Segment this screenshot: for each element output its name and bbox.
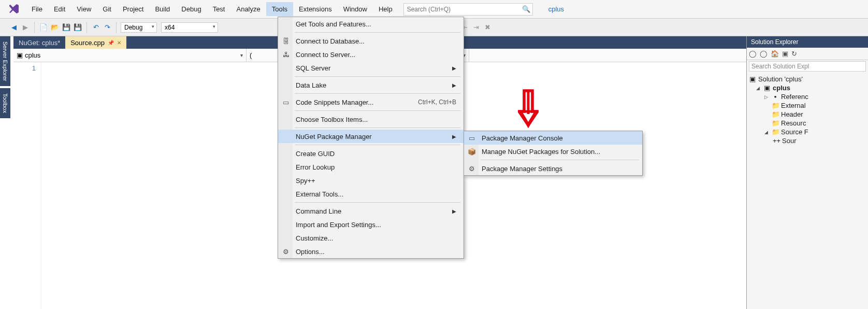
gear-icon: ⚙ xyxy=(467,165,476,173)
menu-window[interactable]: Window xyxy=(338,2,373,16)
mi-toolbox-items[interactable]: Choose Toolbox Items... xyxy=(278,113,464,126)
mi-manage-nuget[interactable]: 📦Manage NuGet Packages for Solution... xyxy=(464,145,642,158)
mi-connect-db[interactable]: 🗄Connect to Database... xyxy=(278,34,464,48)
config-dropdown[interactable]: Debug xyxy=(121,22,157,33)
mi-nuget[interactable]: NuGet Package Manager▶ xyxy=(278,130,464,143)
switch-view-icon[interactable]: ▣ xyxy=(782,50,788,58)
mi-connect-server[interactable]: 🖧Connect to Server... xyxy=(278,48,464,61)
solution-search[interactable]: Search Solution Expl xyxy=(749,61,866,72)
collapse-icon[interactable]: ◢ xyxy=(764,130,770,135)
back-icon[interactable]: ◯ xyxy=(749,50,757,58)
save-all-icon[interactable]: 💾 xyxy=(73,23,82,32)
undo-icon[interactable]: ↶ xyxy=(91,23,100,32)
home-icon[interactable]: 🏠 xyxy=(771,50,779,58)
menubar: File Edit View Git Project Build Debug T… xyxy=(0,0,868,19)
refresh-icon[interactable]: ↻ xyxy=(791,50,797,58)
side-tabs: Server Explorer Toolbox xyxy=(0,36,13,120)
chevron-right-icon: ▶ xyxy=(452,65,456,71)
search-box[interactable]: 🔍 xyxy=(403,3,533,16)
collapse-icon[interactable]: ◢ xyxy=(756,86,761,91)
solution-icon: ▣ xyxy=(749,75,756,83)
solution-name-label: cplus xyxy=(548,5,564,13)
solution-explorer-toolbar: ◯ ◯ 🏠 ▣ ↻ xyxy=(747,48,868,60)
menu-build[interactable]: Build xyxy=(149,2,176,16)
mi-external-tools[interactable]: External Tools... xyxy=(278,187,464,201)
menu-debug[interactable]: Debug xyxy=(176,2,207,16)
menu-project[interactable]: Project xyxy=(117,2,149,16)
solution-explorer-title: Solution Explorer xyxy=(747,36,868,48)
mi-pm-console[interactable]: ▭Package Manager Console xyxy=(464,131,642,145)
menu-test[interactable]: Test xyxy=(207,2,231,16)
nuget-submenu: ▭Package Manager Console 📦Manage NuGet P… xyxy=(464,131,643,176)
menu-git[interactable]: Git xyxy=(97,2,117,16)
mi-options[interactable]: ⚙Options... xyxy=(278,245,464,258)
menu-tools[interactable]: Tools xyxy=(266,2,293,16)
search-icon: 🔍 xyxy=(522,5,530,13)
redo-icon[interactable]: ↷ xyxy=(103,23,112,32)
side-tab-server-explorer[interactable]: Server Explorer xyxy=(0,36,10,86)
menu-help[interactable]: Help xyxy=(373,2,398,16)
mi-command-line[interactable]: Command Line▶ xyxy=(278,204,464,218)
doc-tab-nuget[interactable]: NuGet: cplus* xyxy=(13,36,65,49)
tree-project[interactable]: ◢▣cplus xyxy=(749,83,866,92)
tree-header[interactable]: 📁Header xyxy=(749,110,866,119)
scope-combo[interactable]: ▣ cplus xyxy=(13,49,247,62)
tree-source-folder[interactable]: ◢📁Source F xyxy=(749,128,866,136)
project-icon: ▣ xyxy=(17,51,23,59)
mi-error-lookup[interactable]: Error Lookup xyxy=(278,160,464,174)
chevron-right-icon: ▶ xyxy=(452,82,456,88)
annotation-arrow xyxy=(518,88,539,130)
clear-bookmark-icon[interactable]: ✖ xyxy=(483,23,492,32)
vs-logo-icon xyxy=(8,3,21,16)
fwd-icon[interactable]: ◯ xyxy=(760,50,768,58)
doc-tab-source[interactable]: Source.cpp 📌 ✕ xyxy=(65,36,126,49)
next-bookmark-icon[interactable]: ⇥ xyxy=(471,23,481,32)
references-icon: ▪ xyxy=(772,93,779,101)
save-icon[interactable]: 💾 xyxy=(62,23,71,32)
gear-icon: ⚙ xyxy=(281,248,291,256)
chevron-right-icon: ▶ xyxy=(452,134,456,139)
mi-spy[interactable]: Spy++ xyxy=(278,174,464,187)
menu-file[interactable]: File xyxy=(26,2,48,16)
mi-customize[interactable]: Customize... xyxy=(278,231,464,245)
mi-get-tools[interactable]: Get Tools and Features... xyxy=(278,17,464,31)
package-icon: 📦 xyxy=(467,148,476,156)
tree-external[interactable]: 📁External xyxy=(749,101,866,110)
mi-snippets[interactable]: ▭Code Snippets Manager...Ctrl+K, Ctrl+B xyxy=(278,95,464,109)
folder-icon: 📁 xyxy=(772,102,779,109)
nav-fwd-icon[interactable]: ▶ xyxy=(21,23,30,32)
expand-icon[interactable]: ▷ xyxy=(764,94,770,100)
solution-explorer-panel: Solution Explorer ◯ ◯ 🏠 ▣ ↻ Search Solut… xyxy=(746,36,868,309)
folder-icon: 📁 xyxy=(772,119,779,127)
mi-create-guid[interactable]: Create GUID xyxy=(278,147,464,160)
tree-resource[interactable]: 📁Resourc xyxy=(749,119,866,128)
mi-data-lake[interactable]: Data Lake▶ xyxy=(278,78,464,92)
cpp-file-icon: ++ xyxy=(773,137,780,145)
search-input[interactable] xyxy=(403,3,533,16)
side-tab-toolbox[interactable]: Toolbox xyxy=(0,88,10,118)
tools-menu-popup: Get Tools and Features... 🗄Connect to Da… xyxy=(278,17,464,259)
mi-import-export[interactable]: Import and Export Settings... xyxy=(278,218,464,231)
mi-pm-settings[interactable]: ⚙Package Manager Settings xyxy=(464,162,642,175)
server-icon: 🖧 xyxy=(281,51,291,59)
tree-solution[interactable]: ▣Solution 'cplus' xyxy=(749,75,866,83)
pin-icon[interactable]: 📌 xyxy=(108,40,114,46)
menu-view[interactable]: View xyxy=(71,2,97,16)
snippet-icon: ▭ xyxy=(281,99,291,106)
close-icon[interactable]: ✕ xyxy=(117,40,121,46)
nav-back-icon[interactable]: ◀ xyxy=(9,23,19,32)
menu-analyze[interactable]: Analyze xyxy=(230,2,266,16)
tree-references[interactable]: ▷▪Referenc xyxy=(749,92,866,101)
mi-sql-server[interactable]: SQL Server▶ xyxy=(278,61,464,75)
platform-dropdown[interactable]: x64 xyxy=(161,22,218,33)
menu-edit[interactable]: Edit xyxy=(48,2,71,16)
open-icon[interactable]: 📂 xyxy=(50,23,60,32)
new-project-icon[interactable]: 📄 xyxy=(39,23,48,32)
folder-icon: 📁 xyxy=(772,110,779,118)
menu-extensions[interactable]: Extensions xyxy=(293,2,338,16)
tree-source-file[interactable]: ++Sour xyxy=(749,136,866,145)
project-icon: ▣ xyxy=(763,84,771,92)
folder-icon: 📁 xyxy=(772,128,779,136)
console-icon: ▭ xyxy=(467,134,476,142)
solution-tree: ▣Solution 'cplus' ◢▣cplus ▷▪Referenc 📁Ex… xyxy=(747,73,868,147)
